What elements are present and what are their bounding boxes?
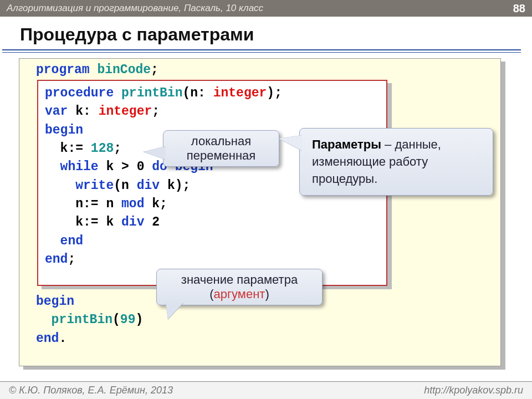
callout-argument: значение параметра (аргумент) <box>156 269 323 305</box>
open-paren: ( <box>182 86 190 100</box>
local-var-decl: k: <box>68 104 98 119</box>
kw-end-main: end <box>36 331 59 346</box>
page-number: 88 <box>513 2 525 15</box>
while-cond: k > 0 <box>99 160 152 174</box>
kdiv-b: 2 <box>144 215 160 229</box>
callout-params-bold: Параметры <box>312 137 381 151</box>
write-c: k); <box>160 178 190 193</box>
callout-local-var: локальная переменная <box>163 130 279 167</box>
header-bar: Алгоритмизация и программирование, Паска… <box>0 0 532 17</box>
callout-tail-icon <box>279 135 302 151</box>
page-title: Процедура с параметрами <box>20 24 532 45</box>
call-arg: 99 <box>120 313 136 327</box>
call-name: printBin <box>52 313 112 327</box>
kw-div-2: div <box>121 215 144 229</box>
close-paren-semi: ); <box>267 86 282 100</box>
call-indent <box>36 313 52 327</box>
callout-local-var-text: локальная переменная <box>187 134 255 162</box>
callout-tail-icon <box>166 303 183 319</box>
kw-procedure: procedure <box>45 86 114 100</box>
nmod-b: k; <box>144 197 167 211</box>
period: . <box>59 331 66 346</box>
callout-arg-line2: (аргумент) <box>167 287 312 301</box>
kw-begin-main: begin <box>36 294 74 309</box>
footer-url: http://kpolyakov.spb.ru <box>424 385 523 396</box>
write-b: (n <box>114 178 136 193</box>
kw-program: program <box>36 63 90 77</box>
kw-while: while <box>45 160 99 174</box>
footer-copyright: © К.Ю. Поляков, Е.А. Ерёмин, 2013 <box>9 385 173 396</box>
content-area: program binCode; procedure printBin(n: i… <box>11 58 521 374</box>
kw-begin-1: begin <box>45 123 83 137</box>
arg-word: аргумент <box>214 287 265 301</box>
arg-paren-open: ( <box>209 287 213 301</box>
kw-var: var <box>45 104 68 119</box>
proc-name: printBin <box>121 86 182 100</box>
call-close: ) <box>135 313 143 327</box>
callout-arg-line1: значение параметра <box>167 273 312 287</box>
semicolon: ; <box>151 63 158 77</box>
callout-parameters: Параметры – данные, изменяющие работу пр… <box>299 128 493 196</box>
breadcrumb: Алгоритмизация и программирование, Паска… <box>7 3 263 14</box>
program-name: binCode <box>97 63 151 77</box>
program-header-code: program binCode; <box>36 61 158 79</box>
main-code: begin printBin(99) end. <box>36 293 143 348</box>
callout-tail-icon <box>144 146 166 160</box>
call-open: ( <box>112 313 120 327</box>
k128-a: k:= <box>45 141 91 156</box>
kdiv-a: k:= k <box>45 215 121 229</box>
program-box: program binCode; procedure printBin(n: i… <box>19 58 501 366</box>
k128-val: 128 <box>91 141 114 156</box>
kw-div-1: div <box>137 178 160 193</box>
semi-2: ; <box>152 104 160 119</box>
kw-end-2: end <box>45 252 68 267</box>
kw-write: write <box>45 178 114 193</box>
arg-paren-close: ) <box>265 287 269 301</box>
kw-end-1: end <box>45 234 83 248</box>
semi-end: ; <box>68 252 75 267</box>
k128-c: ; <box>114 141 121 156</box>
footer-bar: © К.Ю. Поляков, Е.А. Ерёмин, 2013 http:/… <box>0 381 532 399</box>
title-underline <box>2 47 521 50</box>
nmod-a: n:= n <box>45 197 121 211</box>
type-integer-2: integer <box>99 104 152 119</box>
colon: : <box>198 86 213 100</box>
param-name: n <box>190 86 198 100</box>
kw-mod: mod <box>121 197 144 211</box>
type-integer-1: integer <box>213 86 267 100</box>
